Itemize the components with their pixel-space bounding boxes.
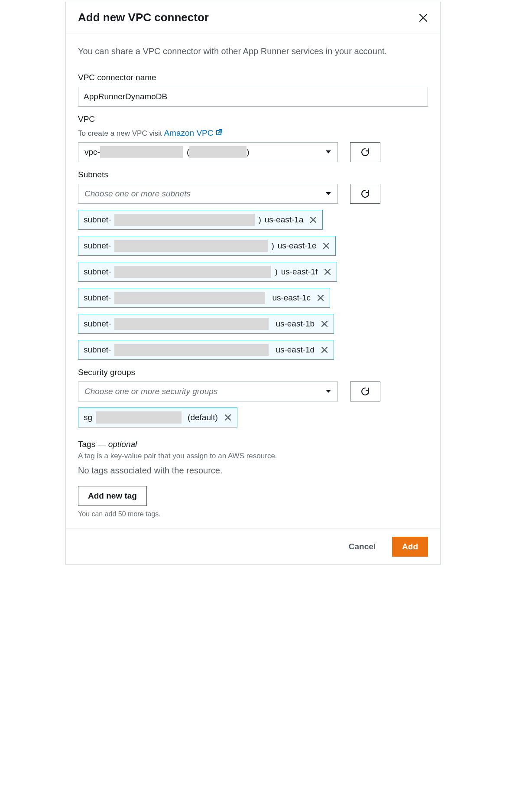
- modal-body: You can share a VPC connector with other…: [66, 33, 440, 528]
- subnet-prefix: subnet-: [84, 215, 111, 225]
- security-groups-label: Security groups: [78, 368, 428, 377]
- tags-description: A tag is a key-value pair that you assig…: [78, 452, 428, 460]
- add-vpc-connector-modal: Add new VPC connector You can share a VP…: [65, 2, 441, 565]
- security-groups-placeholder: Choose one or more security groups: [84, 387, 217, 396]
- subnet-token: subnet-) us-east-1a: [78, 210, 323, 230]
- vpc-hint: To create a new VPC visit Amazon VPC: [78, 128, 428, 139]
- subnets-select[interactable]: Choose one or more subnets: [78, 184, 338, 204]
- connector-name-group: VPC connector name: [78, 73, 428, 107]
- security-group-token: sg(default): [78, 408, 237, 427]
- external-link-icon: [215, 129, 223, 138]
- security-groups-refresh-button[interactable]: [350, 382, 380, 401]
- security-groups-group: Security groups Choose one or more secur…: [78, 368, 428, 427]
- vpc-group: VPC To create a new VPC visit Amazon VPC…: [78, 114, 428, 162]
- subnet-mid: ): [258, 215, 261, 225]
- modal-description: You can share a VPC connector with other…: [78, 33, 428, 65]
- refresh-icon: [360, 147, 370, 157]
- subnets-refresh-button[interactable]: [350, 184, 380, 204]
- sg-suffix: (default): [188, 413, 218, 422]
- subnet-tokens: subnet-) us-east-1asubnet-) us-east-1esu…: [78, 210, 428, 360]
- refresh-icon: [360, 189, 370, 199]
- vpc-refresh-button[interactable]: [350, 142, 380, 162]
- tags-limit-hint: You can add 50 more tags.: [78, 510, 428, 518]
- chevron-down-icon: [325, 150, 331, 154]
- add-button[interactable]: Add: [392, 537, 428, 557]
- subnets-placeholder: Choose one or more subnets: [84, 189, 191, 199]
- subnet-prefix: subnet-: [84, 267, 111, 277]
- redacted-subnet-id: [114, 292, 265, 304]
- tags-empty-text: No tags associated with the resource.: [78, 466, 428, 476]
- subnet-az: us-east-1f: [281, 267, 318, 277]
- connector-name-label: VPC connector name: [78, 73, 428, 82]
- vpc-selected-close: ): [247, 147, 249, 157]
- redacted-subnet-id: [114, 318, 269, 330]
- vpc-hint-text: To create a new VPC visit: [78, 129, 164, 137]
- refresh-icon: [360, 387, 370, 396]
- remove-token-button[interactable]: [309, 216, 317, 224]
- security-groups-select[interactable]: Choose one or more security groups: [78, 382, 338, 401]
- redacted-sg-id: [96, 411, 182, 424]
- subnets-group: Subnets Choose one or more subnets subne…: [78, 170, 428, 360]
- subnet-az: us-east-1c: [272, 293, 311, 303]
- subnet-token: subnet-) us-east-1f: [78, 262, 337, 282]
- amazon-vpc-link[interactable]: Amazon VPC: [164, 128, 223, 137]
- redacted-vpc-id: [100, 146, 183, 158]
- subnets-label: Subnets: [78, 170, 428, 179]
- chevron-down-icon: [325, 389, 331, 394]
- remove-token-button[interactable]: [322, 242, 330, 250]
- security-group-tokens: sg(default): [78, 408, 428, 427]
- subnet-az: us-east-1e: [278, 241, 317, 251]
- subnet-prefix: subnet-: [84, 293, 111, 303]
- subnet-az: us-east-1d: [276, 345, 315, 355]
- redacted-subnet-id: [114, 214, 255, 226]
- remove-token-button[interactable]: [317, 294, 324, 302]
- subnet-token: subnet-us-east-1b: [78, 314, 334, 334]
- vpc-label: VPC: [78, 114, 428, 124]
- subnet-mid: ): [275, 267, 277, 277]
- subnet-token: subnet-us-east-1d: [78, 340, 334, 360]
- modal-footer: Cancel Add: [66, 528, 440, 564]
- subnet-prefix: subnet-: [84, 345, 111, 355]
- connector-name-input[interactable]: [78, 87, 428, 107]
- redacted-subnet-id: [114, 344, 269, 356]
- redacted-vpc-name: [189, 146, 247, 158]
- add-new-tag-button[interactable]: Add new tag: [78, 486, 147, 506]
- vpc-selected-prefix: vpc-: [84, 147, 100, 157]
- remove-token-button[interactable]: [224, 414, 232, 421]
- remove-token-button[interactable]: [321, 320, 328, 328]
- cancel-button[interactable]: Cancel: [339, 537, 385, 557]
- vpc-select[interactable]: vpc- ( ): [78, 142, 338, 162]
- redacted-subnet-id: [114, 266, 271, 278]
- chevron-down-icon: [325, 192, 331, 196]
- sg-prefix: sg: [84, 413, 92, 422]
- subnet-token: subnet-us-east-1c: [78, 288, 330, 308]
- subnet-prefix: subnet-: [84, 319, 111, 329]
- tags-heading: Tags — optional: [78, 440, 428, 449]
- modal-header: Add new VPC connector: [66, 2, 440, 33]
- subnet-prefix: subnet-: [84, 241, 111, 251]
- remove-token-button[interactable]: [321, 346, 328, 354]
- subnet-az: us-east-1b: [276, 319, 315, 329]
- close-icon[interactable]: [418, 13, 428, 23]
- subnet-az: us-east-1a: [265, 215, 304, 225]
- remove-token-button[interactable]: [324, 268, 331, 276]
- modal-title: Add new VPC connector: [78, 11, 209, 24]
- redacted-subnet-id: [114, 240, 268, 252]
- subnet-mid: ): [271, 241, 274, 251]
- subnet-token: subnet-) us-east-1e: [78, 236, 336, 256]
